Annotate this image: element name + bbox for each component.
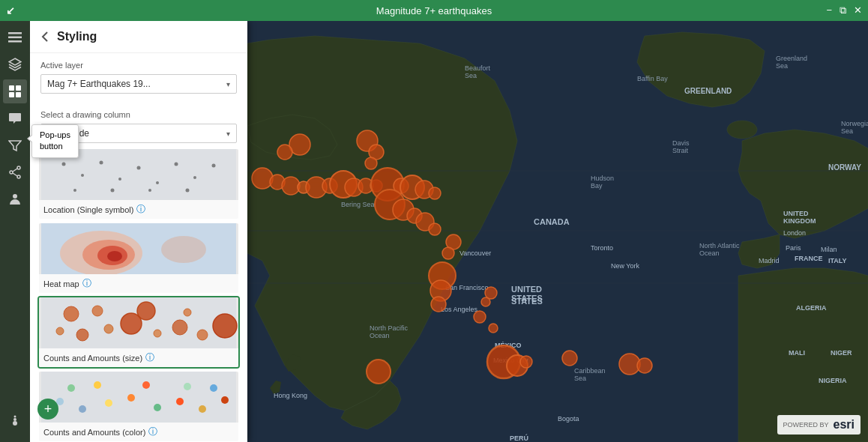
svg-point-106 bbox=[105, 399, 112, 407]
restore-button[interactable]: ⧉ bbox=[840, 4, 846, 16]
svg-line-11 bbox=[13, 169, 17, 172]
svg-rect-1 bbox=[8, 37, 22, 39]
svg-rect-4 bbox=[9, 85, 14, 91]
svg-point-25 bbox=[375, 182, 382, 187]
add-button[interactable]: + bbox=[37, 399, 58, 420]
style-option-location[interactable]: Location (Single symbol) ⓘ bbox=[37, 148, 240, 220]
svg-point-13 bbox=[13, 194, 17, 199]
info-icon-location[interactable]: ⓘ bbox=[136, 203, 145, 216]
style-option-heatmap[interactable]: Heat map ⓘ bbox=[37, 222, 240, 294]
window-title: Magnitude 7+ earthquakes bbox=[376, 5, 492, 16]
svg-point-76 bbox=[156, 181, 159, 184]
svg-point-74 bbox=[118, 178, 121, 181]
svg-point-102 bbox=[184, 309, 191, 316]
svg-point-88 bbox=[107, 251, 122, 261]
svg-point-100 bbox=[92, 306, 103, 316]
close-button[interactable]: ✕ bbox=[854, 4, 862, 16]
drawing-chevron-icon: ▾ bbox=[226, 130, 230, 138]
styling-panel: Styling Active layer Mag 7+ Earthquakes … bbox=[30, 21, 247, 442]
svg-point-109 bbox=[176, 398, 184, 405]
svg-point-112 bbox=[67, 384, 75, 392]
style-option-counts-color[interactable]: Counts and Amounts (color) ⓘ bbox=[37, 370, 240, 442]
svg-point-23 bbox=[331, 184, 343, 188]
svg-rect-6 bbox=[9, 92, 14, 97]
svg-point-83 bbox=[186, 189, 190, 193]
back-button[interactable] bbox=[40, 31, 51, 42]
popups-button[interactable] bbox=[3, 106, 27, 130]
svg-point-96 bbox=[172, 320, 187, 335]
svg-point-77 bbox=[175, 163, 178, 166]
svg-point-111 bbox=[221, 396, 229, 404]
svg-rect-5 bbox=[16, 85, 21, 91]
svg-point-21 bbox=[288, 180, 297, 184]
svg-point-105 bbox=[79, 405, 86, 413]
svg-point-98 bbox=[213, 314, 237, 338]
info-icon-counts-size[interactable]: ⓘ bbox=[145, 351, 154, 364]
panel-title: Styling bbox=[57, 30, 97, 43]
svg-point-24 bbox=[355, 184, 364, 188]
basemap-button[interactable] bbox=[3, 79, 27, 103]
svg-point-110 bbox=[199, 405, 206, 413]
svg-point-115 bbox=[184, 383, 191, 390]
svg-point-93 bbox=[104, 324, 113, 333]
map-area[interactable]: GreenlandSea Baffin Bay GREENLAND Norweg… bbox=[30, 21, 868, 442]
svg-rect-7 bbox=[16, 92, 21, 97]
svg-point-92 bbox=[76, 329, 88, 341]
svg-rect-103 bbox=[41, 372, 236, 423]
info-icon-counts-color[interactable]: ⓘ bbox=[148, 426, 157, 438]
svg-rect-2 bbox=[8, 40, 22, 43]
left-toolbar bbox=[0, 21, 30, 442]
svg-point-75 bbox=[137, 166, 141, 170]
svg-line-12 bbox=[13, 173, 17, 176]
svg-point-97 bbox=[197, 330, 208, 340]
share-button[interactable] bbox=[3, 160, 27, 184]
person-button[interactable] bbox=[3, 187, 27, 211]
svg-point-14 bbox=[13, 421, 17, 426]
svg-point-81 bbox=[111, 189, 115, 193]
svg-point-9 bbox=[10, 171, 13, 174]
layer-dropdown[interactable]: Mag 7+ Earthquakes 19... ▾ bbox=[40, 74, 237, 94]
svg-point-113 bbox=[94, 381, 101, 389]
svg-point-72 bbox=[81, 174, 84, 177]
svg-point-71 bbox=[62, 163, 66, 166]
layer-dropdown-value: Mag 7+ Earthquakes 19... bbox=[47, 79, 151, 89]
panel-header: Styling bbox=[30, 21, 247, 53]
svg-point-89 bbox=[161, 236, 206, 263]
main-container: Pop-ups button bbox=[0, 21, 868, 442]
style-label-counts-color: Counts and Amounts (color) ⓘ bbox=[39, 423, 238, 441]
esri-logo: esri bbox=[834, 418, 855, 432]
legend-button[interactable] bbox=[3, 408, 27, 432]
style-label-counts-size: Counts and Amounts (size) ⓘ bbox=[39, 348, 238, 367]
svg-point-116 bbox=[210, 384, 217, 392]
style-label-location: Location (Single symbol) ⓘ bbox=[39, 200, 238, 219]
svg-rect-0 bbox=[8, 32, 22, 34]
style-option-counts-size[interactable]: Counts and Amounts (size) ⓘ bbox=[37, 296, 240, 369]
style-preview-heatmap bbox=[39, 223, 238, 274]
svg-point-8 bbox=[17, 166, 20, 169]
active-layer-label: Active layer bbox=[40, 61, 237, 70]
esri-watermark: POWERED BY esri bbox=[777, 415, 861, 435]
svg-point-20 bbox=[264, 175, 276, 181]
svg-point-107 bbox=[127, 394, 135, 402]
svg-point-91 bbox=[56, 327, 64, 335]
popups-tooltip: Pop-ups button bbox=[31, 124, 79, 158]
info-icon-heatmap[interactable]: ⓘ bbox=[82, 277, 91, 290]
svg-point-78 bbox=[193, 176, 196, 179]
svg-point-79 bbox=[212, 164, 216, 168]
minimize-button[interactable]: − bbox=[826, 4, 832, 16]
svg-point-19 bbox=[727, 121, 757, 139]
filter-button[interactable] bbox=[3, 133, 27, 157]
svg-point-80 bbox=[73, 189, 76, 192]
style-options-list: Location (Single symbol) ⓘ bbox=[30, 148, 247, 442]
title-bar: ↙ Magnitude 7+ earthquakes − ⧉ ✕ bbox=[0, 0, 868, 21]
svg-point-73 bbox=[100, 161, 103, 165]
style-preview-counts-size bbox=[39, 297, 238, 348]
layers-button[interactable] bbox=[3, 52, 27, 76]
window-controls: − ⧉ ✕ bbox=[826, 4, 862, 16]
svg-point-114 bbox=[142, 381, 150, 389]
style-label-heatmap: Heat map ⓘ bbox=[39, 274, 238, 293]
menu-button[interactable] bbox=[3, 25, 27, 49]
svg-point-15 bbox=[13, 418, 16, 421]
chevron-down-icon: ▾ bbox=[226, 80, 230, 88]
style-preview-counts-color bbox=[39, 372, 238, 423]
